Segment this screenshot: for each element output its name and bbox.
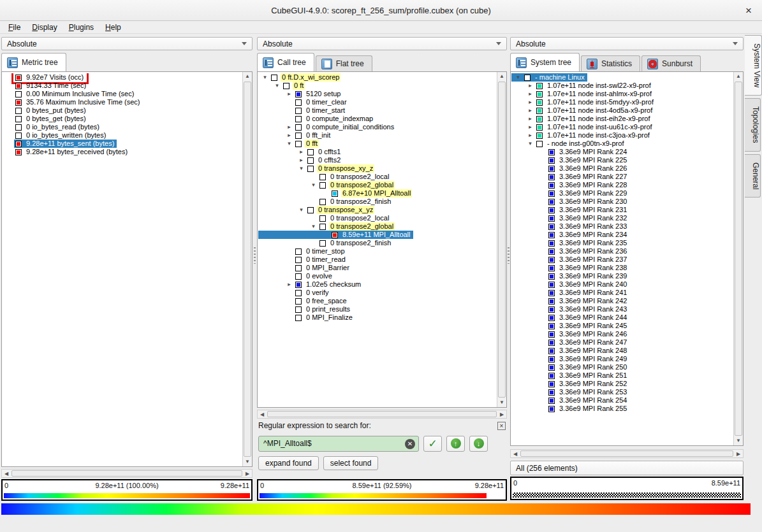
expand-arrow-icon[interactable]: ▸ bbox=[525, 82, 535, 90]
tree-item[interactable]: ▾- node inst-g00tn-x9-prof bbox=[511, 140, 626, 148]
tree-item[interactable]: 3.36e9 MPI Rank 230 bbox=[511, 198, 629, 206]
scroll-right-icon[interactable]: ▶ bbox=[734, 450, 743, 457]
element-filter-combobox[interactable]: All (256 elements) bbox=[510, 461, 744, 475]
tab-system-tree[interactable]: System tree bbox=[510, 53, 580, 71]
tree-item[interactable]: 3.36e9 MPI Rank 229 bbox=[511, 189, 629, 198]
expand-arrow-icon[interactable]: ▸ bbox=[525, 106, 535, 115]
tree-item[interactable]: 0 free_space bbox=[258, 297, 349, 305]
tab-system-view[interactable]: System View bbox=[745, 35, 762, 96]
collapse-arrow-icon[interactable]: ▾ bbox=[525, 140, 535, 148]
tree-item[interactable]: 0 timer_clear bbox=[258, 98, 349, 106]
select-found-button[interactable]: select found bbox=[323, 456, 379, 470]
tree-item[interactable]: 0 bytes_get (bytes) bbox=[3, 115, 89, 123]
tree-item[interactable]: 9.28e+11 bytes_sent (bytes) bbox=[3, 140, 117, 148]
tree-item[interactable]: 3.36e9 MPI Rank 250 bbox=[511, 363, 629, 371]
collapse-arrow-icon[interactable]: ▾ bbox=[513, 73, 523, 82]
system-value-mode-combobox[interactable]: Absolute bbox=[510, 37, 744, 50]
scroll-down-icon[interactable]: ▼ bbox=[243, 457, 252, 466]
menu-plugins[interactable]: Plugins bbox=[63, 22, 99, 33]
tree-item[interactable]: 3.36e9 MPI Rank 253 bbox=[511, 388, 629, 396]
panel-splitter[interactable] bbox=[508, 247, 509, 264]
tree-item[interactable]: 3.36e9 MPI Rank 254 bbox=[511, 396, 629, 405]
call-value-mode-combobox[interactable]: Absolute bbox=[257, 37, 507, 50]
tree-item[interactable]: 3.36e9 MPI Rank 228 bbox=[511, 181, 629, 189]
collapse-arrow-icon[interactable]: ▾ bbox=[260, 73, 270, 82]
tree-item[interactable]: 3.36e9 MPI Rank 226 bbox=[511, 164, 629, 173]
collapse-arrow-icon[interactable]: ▾ bbox=[297, 164, 306, 173]
tree-item[interactable]: 3.36e9 MPI Rank 244 bbox=[511, 313, 629, 322]
horizontal-scrollbar[interactable]: ◀ ▶ bbox=[257, 410, 507, 419]
scrollbar-thumb[interactable] bbox=[735, 82, 742, 436]
vertical-scrollbar[interactable]: ▲ ▼ bbox=[733, 72, 743, 445]
scroll-right-icon[interactable]: ▶ bbox=[497, 410, 506, 418]
find-previous-button[interactable]: ↑ bbox=[446, 436, 465, 452]
tree-item[interactable]: 9.28e+11 bytes_received (bytes) bbox=[3, 148, 130, 156]
scroll-up-icon[interactable]: ▲ bbox=[734, 72, 743, 81]
tree-item[interactable]: ▾0 ft.D.x_wi_scorep bbox=[258, 73, 342, 82]
scrollbar-thumb[interactable] bbox=[267, 411, 497, 417]
expand-arrow-icon[interactable]: ▸ bbox=[284, 280, 294, 289]
tree-item[interactable]: ▾0 transpose2_global bbox=[258, 181, 396, 189]
scrollbar-thumb[interactable] bbox=[11, 470, 242, 477]
scrollbar-thumb[interactable] bbox=[244, 82, 251, 457]
tab-statistics[interactable]: Statistics bbox=[581, 55, 640, 71]
tree-item[interactable]: ▾- machine Linux bbox=[511, 73, 587, 82]
scroll-left-icon[interactable]: ◀ bbox=[258, 410, 267, 418]
tree-item[interactable]: 3.36e9 MPI Rank 234 bbox=[511, 231, 629, 239]
expand-arrow-icon[interactable]: ▸ bbox=[525, 115, 535, 123]
expand-arrow-icon[interactable]: ▸ bbox=[297, 148, 306, 156]
tab-flat-tree[interactable]: Flat tree bbox=[316, 55, 372, 71]
tree-item[interactable]: 3.36e9 MPI Rank 239 bbox=[511, 272, 629, 280]
tab-topologies[interactable]: Topologies bbox=[745, 98, 761, 151]
tree-item[interactable]: 0 compute_indexmap bbox=[258, 115, 376, 123]
tree-item[interactable]: 3.36e9 MPI Rank 238 bbox=[511, 264, 629, 272]
collapse-arrow-icon[interactable]: ▾ bbox=[297, 206, 306, 214]
collapse-arrow-icon[interactable]: ▾ bbox=[309, 222, 318, 231]
expand-arrow-icon[interactable]: ▸ bbox=[525, 90, 535, 98]
tree-item[interactable]: 0 io_bytes_read (bytes) bbox=[3, 123, 102, 131]
tree-item[interactable]: 3.36e9 MPI Rank 231 bbox=[511, 206, 629, 214]
tree-item[interactable]: 3.36e9 MPI Rank 243 bbox=[511, 305, 629, 313]
horizontal-scrollbar[interactable]: ◀ ▶ bbox=[510, 449, 744, 458]
scroll-left-icon[interactable]: ◀ bbox=[2, 470, 11, 477]
tree-item[interactable]: ▸1.07e+11 node inst-c3joa-x9-prof bbox=[511, 131, 652, 140]
expand-found-button[interactable]: expand found bbox=[258, 456, 319, 470]
tree-item[interactable]: 3.36e9 MPI Rank 224 bbox=[511, 148, 629, 156]
expand-arrow-icon[interactable]: ▸ bbox=[284, 90, 294, 98]
collapse-arrow-icon[interactable]: ▾ bbox=[309, 181, 318, 189]
vertical-scrollbar[interactable]: ▲ ▼ bbox=[242, 72, 252, 466]
tree-item[interactable]: 3.36e9 MPI Rank 225 bbox=[511, 156, 629, 164]
tree-item[interactable]: 35.76 Maximum Inclusive Time (sec) bbox=[3, 98, 143, 106]
panel-splitter[interactable] bbox=[254, 247, 256, 264]
tree-item[interactable]: 0 transpose2_local bbox=[258, 214, 392, 222]
menu-display[interactable]: Display bbox=[26, 22, 62, 33]
tree-item[interactable]: 0 timer_start bbox=[258, 106, 348, 115]
tree-item[interactable]: ▾0 transpose2_global bbox=[258, 222, 396, 231]
expand-arrow-icon[interactable]: ▸ bbox=[525, 123, 535, 131]
expand-arrow-icon[interactable]: ▸ bbox=[525, 131, 535, 140]
tree-item[interactable]: 9.92e7 Visits (occ) bbox=[3, 73, 86, 82]
expand-arrow-icon[interactable]: ▸ bbox=[284, 123, 294, 131]
tree-item[interactable]: ▸1.07e+11 node inst-eih2e-x9-prof bbox=[511, 115, 653, 123]
tree-item[interactable]: 3.36e9 MPI Rank 227 bbox=[511, 173, 629, 181]
tree-item[interactable]: 0 timer_stop bbox=[258, 247, 348, 255]
tree-item[interactable]: ▸1.07e+11 node inst-4od5a-x9-prof bbox=[511, 106, 655, 115]
tree-item[interactable]: 0 MPI_Barrier bbox=[258, 264, 352, 272]
regex-search-input[interactable] bbox=[258, 436, 419, 452]
tree-item[interactable]: 3.36e9 MPI Rank 246 bbox=[511, 330, 629, 338]
vertical-scrollbar[interactable]: ▲ ▼ bbox=[497, 72, 506, 407]
close-icon[interactable]: × bbox=[742, 4, 756, 18]
tree-item[interactable]: 0 evolve bbox=[258, 272, 335, 280]
tree-item[interactable]: 0 bytes_put (bytes) bbox=[3, 106, 89, 115]
clear-input-icon[interactable]: ✕ bbox=[405, 439, 415, 449]
close-search-icon[interactable]: × bbox=[497, 422, 506, 430]
tree-item[interactable]: ▸5120 setup bbox=[258, 90, 343, 98]
tree-item[interactable]: 3.36e9 MPI Rank 237 bbox=[511, 255, 629, 264]
tree-item[interactable]: ▸1.07e+11 node inst-uu61c-x9-prof bbox=[511, 123, 655, 131]
expand-arrow-icon[interactable]: ▸ bbox=[525, 98, 535, 106]
tree-item[interactable]: 3.36e9 MPI Rank 240 bbox=[511, 280, 629, 289]
expand-arrow-icon[interactable]: ▸ bbox=[284, 131, 294, 140]
tree-item[interactable]: 3.36e9 MPI Rank 248 bbox=[511, 347, 629, 355]
tree-item[interactable]: 3.36e9 MPI Rank 242 bbox=[511, 297, 629, 305]
horizontal-scrollbar[interactable]: ◀ ▶ bbox=[1, 469, 253, 478]
